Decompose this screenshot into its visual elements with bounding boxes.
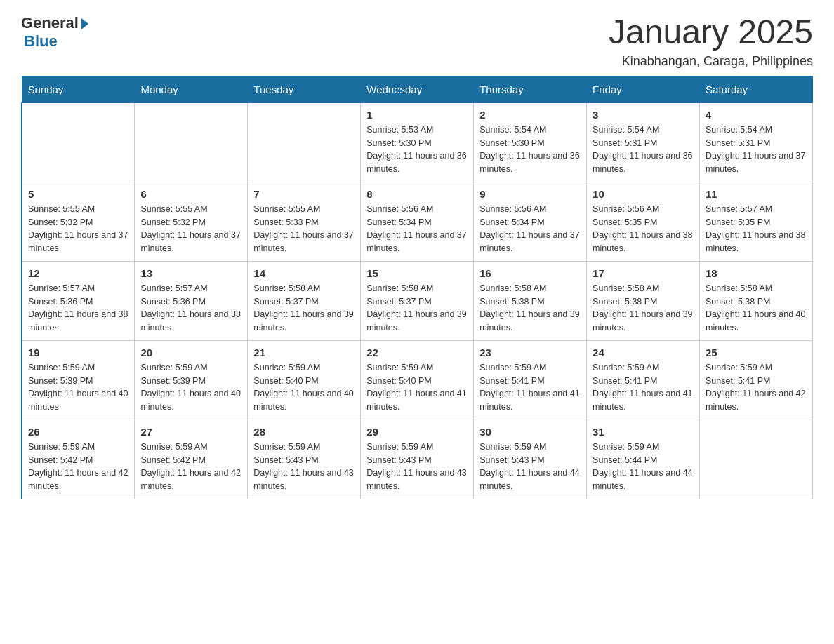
calendar-week-1: 1Sunrise: 5:53 AM Sunset: 5:30 PM Daylig…: [22, 102, 813, 182]
calendar-cell: 29Sunrise: 5:59 AM Sunset: 5:43 PM Dayli…: [361, 420, 474, 499]
day-number: 12: [28, 267, 128, 279]
day-info: Sunrise: 5:57 AM Sunset: 5:35 PM Dayligh…: [706, 203, 807, 255]
day-info: Sunrise: 5:54 AM Sunset: 5:31 PM Dayligh…: [593, 123, 694, 176]
day-info: Sunrise: 5:59 AM Sunset: 5:43 PM Dayligh…: [366, 441, 468, 493]
day-info: Sunrise: 5:59 AM Sunset: 5:40 PM Dayligh…: [366, 361, 468, 414]
day-info: Sunrise: 5:58 AM Sunset: 5:37 PM Dayligh…: [253, 282, 355, 335]
calendar-cell: 8Sunrise: 5:56 AM Sunset: 5:34 PM Daylig…: [361, 182, 474, 261]
day-number: 25: [706, 347, 807, 358]
header-cell-monday: Monday: [135, 76, 248, 102]
calendar-cell: 22Sunrise: 5:59 AM Sunset: 5:40 PM Dayli…: [361, 340, 474, 420]
calendar-cell: 30Sunrise: 5:59 AM Sunset: 5:43 PM Dayli…: [474, 420, 587, 499]
day-info: Sunrise: 5:54 AM Sunset: 5:30 PM Dayligh…: [479, 123, 581, 176]
day-info: Sunrise: 5:58 AM Sunset: 5:37 PM Dayligh…: [366, 282, 468, 335]
calendar-cell: 21Sunrise: 5:59 AM Sunset: 5:40 PM Dayli…: [248, 340, 361, 420]
day-info: Sunrise: 5:55 AM Sunset: 5:32 PM Dayligh…: [28, 203, 128, 255]
page-title: January 2025: [609, 14, 813, 51]
day-number: 16: [479, 267, 581, 279]
day-number: 6: [140, 188, 241, 200]
day-info: Sunrise: 5:59 AM Sunset: 5:43 PM Dayligh…: [253, 441, 355, 493]
calendar-cell: 7Sunrise: 5:55 AM Sunset: 5:33 PM Daylig…: [248, 182, 361, 261]
day-info: Sunrise: 5:57 AM Sunset: 5:36 PM Dayligh…: [28, 282, 128, 335]
calendar-cell: 19Sunrise: 5:59 AM Sunset: 5:39 PM Dayli…: [22, 340, 135, 420]
day-number: 28: [253, 426, 355, 438]
day-info: Sunrise: 5:59 AM Sunset: 5:41 PM Dayligh…: [479, 361, 581, 414]
calendar-header: SundayMondayTuesdayWednesdayThursdayFrid…: [22, 76, 813, 102]
calendar-cell: 10Sunrise: 5:56 AM Sunset: 5:35 PM Dayli…: [587, 182, 700, 261]
calendar-cell: 26Sunrise: 5:59 AM Sunset: 5:42 PM Dayli…: [22, 420, 135, 499]
day-number: 5: [28, 188, 128, 200]
calendar-week-2: 5Sunrise: 5:55 AM Sunset: 5:32 PM Daylig…: [22, 182, 813, 261]
day-info: Sunrise: 5:57 AM Sunset: 5:36 PM Dayligh…: [140, 282, 241, 335]
calendar-cell: 27Sunrise: 5:59 AM Sunset: 5:42 PM Dayli…: [135, 420, 248, 499]
day-info: Sunrise: 5:59 AM Sunset: 5:42 PM Dayligh…: [140, 441, 241, 493]
calendar-cell: 3Sunrise: 5:54 AM Sunset: 5:31 PM Daylig…: [587, 102, 700, 182]
calendar-week-5: 26Sunrise: 5:59 AM Sunset: 5:42 PM Dayli…: [22, 420, 813, 499]
day-number: 11: [706, 188, 807, 200]
day-info: Sunrise: 5:58 AM Sunset: 5:38 PM Dayligh…: [706, 282, 807, 335]
calendar-cell: [700, 420, 813, 499]
logo: General Blue: [21, 14, 88, 51]
page-header: General Blue January 2025 Kinabhangan, C…: [21, 14, 813, 69]
day-number: 22: [366, 347, 468, 358]
calendar-cell: 5Sunrise: 5:55 AM Sunset: 5:32 PM Daylig…: [22, 182, 135, 261]
day-number: 18: [706, 267, 807, 279]
calendar-cell: 9Sunrise: 5:56 AM Sunset: 5:34 PM Daylig…: [474, 182, 587, 261]
day-number: 24: [593, 347, 694, 358]
day-info: Sunrise: 5:58 AM Sunset: 5:38 PM Dayligh…: [593, 282, 694, 335]
header-row: SundayMondayTuesdayWednesdayThursdayFrid…: [22, 76, 813, 102]
day-info: Sunrise: 5:59 AM Sunset: 5:41 PM Dayligh…: [593, 361, 694, 414]
calendar-cell: 16Sunrise: 5:58 AM Sunset: 5:38 PM Dayli…: [474, 261, 587, 340]
calendar-week-4: 19Sunrise: 5:59 AM Sunset: 5:39 PM Dayli…: [22, 340, 813, 420]
calendar-cell: 12Sunrise: 5:57 AM Sunset: 5:36 PM Dayli…: [22, 261, 135, 340]
day-info: Sunrise: 5:59 AM Sunset: 5:39 PM Dayligh…: [140, 361, 241, 414]
logo-blue-text: Blue: [24, 32, 58, 51]
day-number: 17: [593, 267, 694, 279]
calendar-cell: 18Sunrise: 5:58 AM Sunset: 5:38 PM Dayli…: [700, 261, 813, 340]
calendar-cell: 24Sunrise: 5:59 AM Sunset: 5:41 PM Dayli…: [587, 340, 700, 420]
calendar-cell: 6Sunrise: 5:55 AM Sunset: 5:32 PM Daylig…: [135, 182, 248, 261]
title-block: January 2025 Kinabhangan, Caraga, Philip…: [609, 14, 813, 69]
calendar-cell: [135, 102, 248, 182]
day-number: 26: [28, 426, 128, 438]
day-number: 30: [479, 426, 581, 438]
calendar-cell: 11Sunrise: 5:57 AM Sunset: 5:35 PM Dayli…: [700, 182, 813, 261]
subtitle: Kinabhangan, Caraga, Philippines: [609, 54, 813, 69]
day-number: 3: [593, 109, 694, 121]
calendar-cell: 14Sunrise: 5:58 AM Sunset: 5:37 PM Dayli…: [248, 261, 361, 340]
day-number: 7: [253, 188, 355, 200]
day-number: 23: [479, 347, 581, 358]
header-cell-tuesday: Tuesday: [248, 76, 361, 102]
calendar-cell: 25Sunrise: 5:59 AM Sunset: 5:41 PM Dayli…: [700, 340, 813, 420]
calendar-body: 1Sunrise: 5:53 AM Sunset: 5:30 PM Daylig…: [22, 102, 813, 499]
day-number: 10: [593, 188, 694, 200]
day-info: Sunrise: 5:59 AM Sunset: 5:44 PM Dayligh…: [593, 441, 694, 493]
day-number: 14: [253, 267, 355, 279]
logo-arrow-icon: [81, 18, 88, 29]
calendar-table: SundayMondayTuesdayWednesdayThursdayFrid…: [21, 76, 813, 499]
day-number: 4: [706, 109, 807, 121]
day-info: Sunrise: 5:56 AM Sunset: 5:34 PM Dayligh…: [366, 203, 468, 255]
calendar-cell: 31Sunrise: 5:59 AM Sunset: 5:44 PM Dayli…: [587, 420, 700, 499]
day-number: 21: [253, 347, 355, 358]
logo-general-text: General: [21, 14, 79, 32]
day-info: Sunrise: 5:55 AM Sunset: 5:33 PM Dayligh…: [253, 203, 355, 255]
calendar-cell: 13Sunrise: 5:57 AM Sunset: 5:36 PM Dayli…: [135, 261, 248, 340]
day-number: 27: [140, 426, 241, 438]
day-info: Sunrise: 5:56 AM Sunset: 5:35 PM Dayligh…: [593, 203, 694, 255]
calendar-cell: [248, 102, 361, 182]
day-info: Sunrise: 5:56 AM Sunset: 5:34 PM Dayligh…: [479, 203, 581, 255]
day-info: Sunrise: 5:55 AM Sunset: 5:32 PM Dayligh…: [140, 203, 241, 255]
day-number: 9: [479, 188, 581, 200]
day-number: 8: [366, 188, 468, 200]
calendar-cell: 15Sunrise: 5:58 AM Sunset: 5:37 PM Dayli…: [361, 261, 474, 340]
calendar-cell: 1Sunrise: 5:53 AM Sunset: 5:30 PM Daylig…: [361, 102, 474, 182]
day-number: 29: [366, 426, 468, 438]
calendar-cell: [22, 102, 135, 182]
calendar-cell: 2Sunrise: 5:54 AM Sunset: 5:30 PM Daylig…: [474, 102, 587, 182]
header-cell-friday: Friday: [587, 76, 700, 102]
day-info: Sunrise: 5:59 AM Sunset: 5:42 PM Dayligh…: [28, 441, 128, 493]
day-number: 15: [366, 267, 468, 279]
day-number: 31: [593, 426, 694, 438]
calendar-cell: 28Sunrise: 5:59 AM Sunset: 5:43 PM Dayli…: [248, 420, 361, 499]
